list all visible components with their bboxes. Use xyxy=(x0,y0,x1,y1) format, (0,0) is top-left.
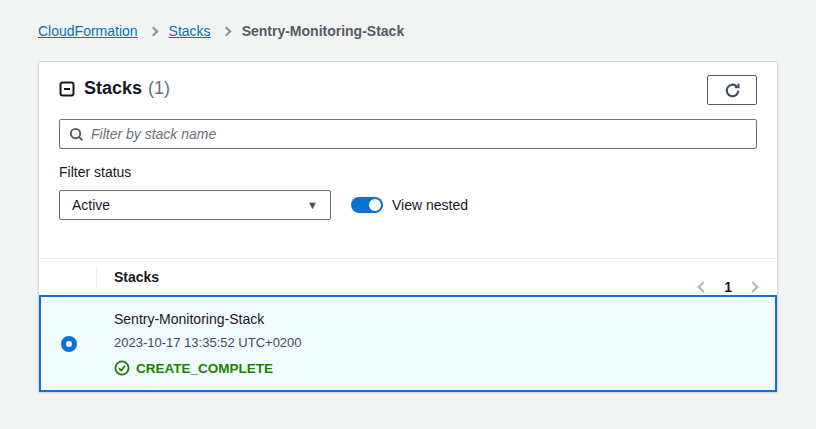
table-header-row: Stacks xyxy=(39,258,777,295)
panel-header: Stacks (1) xyxy=(39,62,777,108)
stack-created-timestamp: 2023-10-17 13:35:52 UTC+0200 xyxy=(114,335,302,351)
stack-filter-search[interactable] xyxy=(59,119,757,149)
chevron-right-icon xyxy=(221,27,231,37)
breadcrumb-link-cloudformation[interactable]: CloudFormation xyxy=(38,23,138,40)
stacks-column-header: Stacks xyxy=(96,266,159,288)
breadcrumb-current: Sentry-Monitoring-Stack xyxy=(242,23,405,40)
breadcrumb: CloudFormation Stacks Sentry-Monitoring-… xyxy=(0,0,816,40)
table-row[interactable]: Sentry-Monitoring-Stack 2023-10-17 13:35… xyxy=(39,295,777,392)
status-text: CREATE_COMPLETE xyxy=(136,361,273,376)
stacks-table: Stacks Sentry-Monitoring-Stack 2023-10-1… xyxy=(39,258,777,392)
status-filter-dropdown[interactable]: Active ▼ xyxy=(59,190,331,220)
status-success-icon xyxy=(114,360,130,376)
panel-count: (1) xyxy=(148,78,170,99)
chevron-right-icon xyxy=(148,27,158,37)
breadcrumb-link-stacks[interactable]: Stacks xyxy=(169,23,211,40)
row-radio-selected[interactable] xyxy=(61,336,77,352)
stack-name: Sentry-Monitoring-Stack xyxy=(114,311,302,328)
dropdown-caret-icon: ▼ xyxy=(307,199,318,211)
view-nested-toggle[interactable] xyxy=(351,197,383,213)
panel-title: Stacks xyxy=(84,78,142,99)
filter-status-label: Filter status xyxy=(59,164,757,181)
view-nested-label: View nested xyxy=(392,197,468,213)
selection-column-header xyxy=(39,259,96,295)
stacks-panel: Stacks (1) Filter status Active ▼ xyxy=(38,61,778,392)
refresh-icon xyxy=(724,82,741,99)
toggle-knob xyxy=(369,199,381,211)
search-icon xyxy=(69,127,84,142)
stack-status: CREATE_COMPLETE xyxy=(114,360,302,376)
status-filter-value: Active xyxy=(72,197,110,213)
refresh-button[interactable] xyxy=(707,75,757,105)
collapse-section-icon[interactable] xyxy=(59,81,75,97)
search-input[interactable] xyxy=(91,126,747,142)
